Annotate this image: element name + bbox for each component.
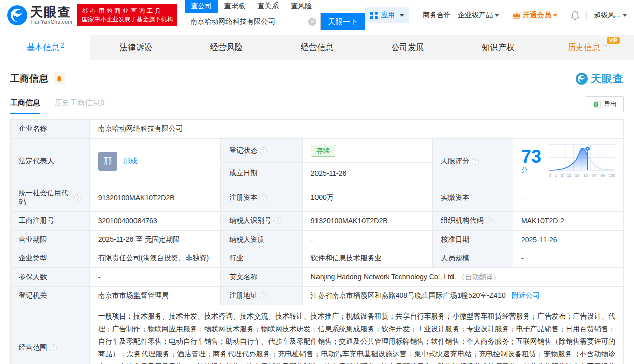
subtab-row: 工商信息 历史工商信息0 导出 <box>10 96 624 114</box>
chevron-down-icon <box>553 14 557 17</box>
logo-text: 天眼查 <box>30 6 72 18</box>
tianyancha-watermark: 天眼查 <box>576 72 624 86</box>
company-name-value: 南京哈动网络科技有限公司 <box>89 120 623 139</box>
english-name-label: 英文名称 <box>221 268 303 287</box>
excel-icon <box>593 101 601 108</box>
tab-company-development[interactable]: 公司发展 <box>363 35 453 60</box>
search-input[interactable] <box>185 13 321 30</box>
tab-basic-info[interactable]: 基本信息 2 <box>0 35 90 60</box>
score-value: 73 <box>521 146 541 167</box>
company-name-label: 企业名称 <box>11 120 90 139</box>
help-icon[interactable]: ? <box>486 217 493 224</box>
chevron-down-icon <box>623 14 627 17</box>
tab-history-info-label: 历史信息 <box>568 42 600 53</box>
score-unit: 分 <box>521 166 528 174</box>
tab-operation-info[interactable]: 经营信息 <box>271 35 362 60</box>
vip-label: 开通会员 <box>523 11 551 20</box>
nav-business-cooperation[interactable]: 商务合作 <box>423 11 451 20</box>
legal-rep-avatar[interactable]: 邢 <box>98 152 117 171</box>
score-label: 天眼评分? <box>433 139 513 184</box>
table-row: 营业期限 2025-11-26 至 无固定期限 纳税人资质 - 核准日期 202… <box>11 231 624 249</box>
header-spacer <box>0 30 634 35</box>
reg-authority-label: 登记机关 <box>11 287 90 305</box>
insured-count-label: 参保人数 <box>11 268 90 287</box>
help-icon[interactable]: ? <box>50 344 57 351</box>
nearby-companies-link[interactable]: 附近公司 <box>512 291 540 299</box>
paid-capital-label: 实缴资本 <box>433 184 513 212</box>
staff-size-value: - <box>513 249 623 268</box>
tianyancha-logo[interactable]: 天眼查 TianYanCha.com <box>7 5 72 25</box>
subtab-business-info[interactable]: 工商信息 <box>10 98 40 114</box>
help-icon[interactable]: ? <box>260 292 267 299</box>
score-chart-ticks: 0131550859799100 <box>549 173 615 178</box>
table-row: 统一社会信用代码? 91320100MAK10T2D2B 注册资本? 1000万… <box>11 184 624 212</box>
reg-status-value: 存续 <box>302 139 432 163</box>
search-tab-risk[interactable]: 查风险 <box>285 0 318 13</box>
search-tab-company[interactable]: 查公司 <box>185 0 218 13</box>
tab-operation-risk[interactable]: 经营风险 <box>181 35 271 60</box>
reg-authority-value: 南京市市场监督管理局 <box>89 287 220 305</box>
table-row: 工商注册号 320100400084763 纳税人识别号? 91320100MA… <box>11 212 624 231</box>
search-tab-boss[interactable]: 查老板 <box>218 0 251 13</box>
table-row: 企业类型 有限责任公司(港澳台投资、非独资) 行业 软件和信息技术服务业 人员规… <box>11 249 624 268</box>
monitor-bell-icon[interactable] <box>54 73 65 84</box>
apps-menu[interactable]: 应用 <box>365 7 409 23</box>
help-icon[interactable]: ? <box>472 158 479 165</box>
company-type-label: 企业类型 <box>11 249 90 268</box>
search-button[interactable]: 天眼一下 <box>321 13 365 30</box>
header: 天眼查 TianYanCha.com 都在用的商业查询工具 国家中小企业发展子基… <box>0 0 634 30</box>
english-name-value: Nanjing Hadong Network Technology Co., L… <box>302 268 623 287</box>
export-button[interactable]: 导出 <box>586 96 624 112</box>
apps-label: 应用 <box>381 11 395 20</box>
search-tabs: 查公司 查老板 查关系 查风险 <box>185 0 365 13</box>
notifications-bell-icon[interactable] <box>571 11 580 20</box>
table-row: 经营范围? 一般项目：技术服务、技术开发、技术咨询、技术交流、技术转让、技术推广… <box>11 305 624 364</box>
taxpayer-id-label: 纳税人识别号? <box>221 212 303 231</box>
table-row: 法定代表人 邢 邢成 登记状态? 存续 天眼评分? 73分 <box>11 139 624 163</box>
auto-translate-note: （自动翻译） <box>458 272 501 281</box>
industry-value: 软件和信息技术服务业 <box>302 249 432 268</box>
reg-address-value: 江苏省南京市栖霞区和燕路408号晓庄国际广场1幢520室-Z410 附近公司 <box>302 287 623 305</box>
crown-icon <box>513 12 521 19</box>
tab-intellectual-property[interactable]: 知识产权 <box>453 35 544 60</box>
nav-enterprise-products[interactable]: 企业级产品 <box>458 11 499 20</box>
staff-size-label: 人员规模 <box>433 249 513 268</box>
enterprise-label: 企业级产品 <box>458 11 493 20</box>
taxpayer-quality-label: 纳税人资质 <box>221 231 303 249</box>
legal-rep-label: 法定代表人 <box>11 139 90 184</box>
legal-rep-link[interactable]: 邢成 <box>123 157 138 166</box>
tab-history-info[interactable]: VIP 历史信息 ? <box>544 35 634 60</box>
taxpayer-id-value: 91320100MAK10T2D2B <box>302 212 432 231</box>
table-row: 登记机关 南京市市场监督管理局 注册地址? 江苏省南京市栖霞区和燕路408号晓庄… <box>11 287 624 305</box>
tab-basic-info-count: 2 <box>61 42 64 49</box>
slogan-line2: 国家中小企业发展子基金旗下机构 <box>82 15 173 24</box>
help-icon[interactable]: ? <box>274 217 281 224</box>
business-info-table: 企业名称 南京哈动网络科技有限公司 法定代表人 邢 邢成 登记状态? 存续 天眼… <box>10 119 624 364</box>
search-tab-relation[interactable]: 查关系 <box>251 0 285 13</box>
brand-slogan: 都在用的商业查询工具 国家中小企业发展子基金旗下机构 <box>77 4 177 26</box>
company-type-value: 有限责任公司(港澳台投资、非独资) <box>89 249 220 268</box>
help-icon[interactable]: ? <box>603 44 610 51</box>
top-navigation: 应用 商务合作 企业级产品 开通会员 超级风... <box>365 7 627 23</box>
reg-number-value: 320100400084763 <box>89 212 220 231</box>
paid-capital-value: - <box>513 184 623 212</box>
slogan-line1: 都在用的商业查询工具 <box>82 7 173 15</box>
table-row: 参保人数 - 英文名称 Nanjing Hadong Network Techn… <box>11 268 624 287</box>
help-icon[interactable]: ? <box>260 147 267 154</box>
business-term-label: 营业期限 <box>11 231 90 249</box>
nav-super-risk[interactable]: 超级风... <box>594 11 627 20</box>
subtab-history-business-info[interactable]: 历史工商信息0 <box>55 98 104 114</box>
reg-status-label-text: 登记状态 <box>229 146 257 155</box>
watermark-text: 天眼查 <box>591 72 624 86</box>
reg-capital-value: 1000万 <box>302 184 432 212</box>
watermark-logo-icon <box>576 73 588 85</box>
export-label: 导出 <box>604 100 617 109</box>
org-code-value: MAK10T2D-2 <box>513 212 623 231</box>
help-icon[interactable]: ? <box>74 194 81 201</box>
tab-legal-litigation[interactable]: 法律诉讼 <box>90 35 181 60</box>
help-icon[interactable]: ? <box>260 194 267 201</box>
section-title: 工商信息 <box>10 72 49 85</box>
reg-capital-label: 注册资本? <box>221 184 303 212</box>
tab-basic-info-label: 基本信息 <box>27 42 59 53</box>
nav-open-vip[interactable]: 开通会员 <box>513 11 557 20</box>
